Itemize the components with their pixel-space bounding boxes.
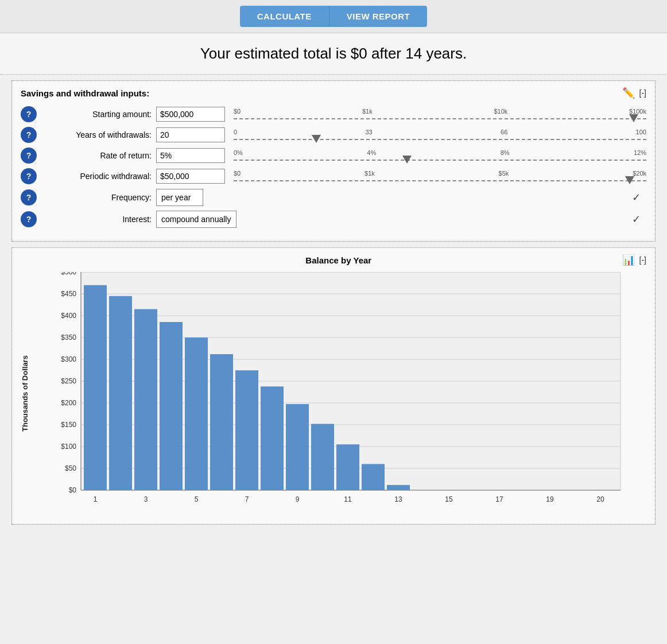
svg-text:3: 3: [144, 495, 148, 503]
frequency-row: ? Frequency: per year per month per week…: [21, 189, 646, 206]
svg-text:9: 9: [296, 495, 300, 503]
y-axis-label: Thousands of Dollars: [21, 272, 29, 515]
periodic-withdrawal-row: ? Periodic withdrawal: $0 $1k $5k $20k: [21, 168, 646, 184]
top-navigation: CALCULATE VIEW REPORT: [0, 0, 667, 33]
chart-section: Balance by Year 📊 [-] Thousands of Dolla…: [11, 247, 656, 525]
interest-row: ? Interest: compound annually compound m…: [21, 211, 646, 228]
periodic-withdrawal-slider-track[interactable]: [234, 178, 646, 183]
bar-13: [387, 485, 410, 490]
years-withdrawals-input[interactable]: [156, 127, 225, 142]
main-container: Savings and withdrawal inputs: ✏️ [-] ? …: [0, 75, 667, 530]
chart-collapse-button[interactable]: [-]: [639, 255, 646, 265]
svg-text:7: 7: [245, 495, 249, 503]
svg-text:15: 15: [445, 495, 453, 503]
starting-amount-help-button[interactable]: ?: [21, 106, 37, 122]
bar-chart-svg: $500 $450 $400 $350 $300: [32, 272, 646, 513]
svg-text:5: 5: [195, 495, 199, 503]
chart-type-icon[interactable]: 📊: [622, 254, 635, 266]
svg-text:$250: $250: [61, 377, 76, 385]
rate-return-input[interactable]: [156, 148, 225, 163]
starting-amount-row: ? Starting amount: $0 $1k $10k $100k: [21, 106, 646, 122]
chart-inner: $500 $450 $400 $350 $300: [32, 272, 646, 515]
frequency-dropdown-arrow-icon: ✓: [632, 191, 641, 204]
starting-amount-slider-container: $0 $1k $10k $100k: [234, 108, 646, 121]
bar-11: [336, 444, 359, 490]
svg-text:$300: $300: [61, 355, 76, 363]
svg-text:$400: $400: [61, 312, 76, 320]
bar-2: [109, 296, 132, 490]
starting-amount-dashed-line: [234, 118, 646, 119]
bar-3: [134, 309, 157, 490]
periodic-withdrawal-label: Periodic withdrawal:: [41, 172, 156, 181]
bar-chart-container: Thousands of Dollars $500 $450: [21, 272, 646, 515]
rate-return-help-button[interactable]: ?: [21, 148, 37, 164]
years-withdrawals-slider-thumb[interactable]: [312, 135, 321, 143]
bar-8: [261, 386, 284, 490]
summary-text: Your estimated total is $0 after 14 year…: [0, 33, 667, 75]
summary-value: Your estimated total is $0 after 14 year…: [200, 45, 467, 62]
interest-select[interactable]: compound annually compound monthly simpl…: [156, 211, 236, 228]
periodic-withdrawal-help-button[interactable]: ?: [21, 168, 37, 184]
periodic-withdrawal-slider-labels: $0 $1k $5k $20k: [234, 170, 646, 177]
years-withdrawals-slider-track[interactable]: [234, 137, 646, 141]
interest-dropdown-arrow-icon: ✓: [632, 213, 641, 226]
inputs-header: Savings and withdrawal inputs: ✏️ [-]: [21, 87, 646, 99]
rate-return-slider-thumb[interactable]: [402, 156, 412, 164]
years-withdrawals-slider-labels: 0 33 66 100: [234, 129, 646, 135]
bar-12: [362, 464, 385, 490]
bar-7: [235, 370, 258, 490]
chart-controls: 📊 [-]: [622, 254, 646, 266]
interest-label: Interest:: [41, 215, 156, 224]
starting-amount-input[interactable]: [156, 107, 225, 122]
svg-text:11: 11: [344, 495, 352, 503]
periodic-withdrawal-slider-thumb[interactable]: [625, 176, 634, 184]
bar-1: [84, 285, 107, 490]
rate-return-slider-labels: 0% 4% 8% 12%: [234, 149, 646, 156]
calculate-button[interactable]: CALCULATE: [240, 6, 329, 27]
inputs-title: Savings and withdrawal inputs:: [21, 88, 149, 98]
svg-text:$0: $0: [69, 486, 77, 494]
rate-return-slider-track[interactable]: [234, 157, 646, 162]
svg-text:19: 19: [546, 495, 554, 503]
frequency-help-button[interactable]: ?: [21, 189, 37, 205]
view-report-button[interactable]: VIEW REPORT: [329, 6, 428, 27]
starting-amount-slider-labels: $0 $1k $10k $100k: [234, 108, 646, 115]
starting-amount-label: Starting amount:: [41, 110, 156, 119]
rate-return-label: Rate of return:: [41, 151, 156, 160]
bar-9: [286, 404, 309, 490]
frequency-label: Frequency:: [41, 193, 156, 202]
svg-text:$200: $200: [61, 399, 76, 407]
periodic-withdrawal-slider-container: $0 $1k $5k $20k: [234, 170, 646, 183]
starting-amount-slider-thumb[interactable]: [629, 114, 638, 122]
rate-return-slider-container: 0% 4% 8% 12%: [234, 149, 646, 162]
svg-text:$50: $50: [65, 464, 76, 472]
svg-text:$500: $500: [61, 272, 76, 276]
years-withdrawals-row: ? Years of withdrawals: 0 33 66 100: [21, 127, 646, 143]
svg-text:$350: $350: [61, 333, 76, 342]
years-withdrawals-dashed-line: [234, 139, 646, 140]
periodic-withdrawal-dashed-line: [234, 180, 646, 181]
frequency-select[interactable]: per year per month per week: [156, 189, 203, 206]
svg-text:17: 17: [495, 495, 503, 503]
rate-return-row: ? Rate of return: 0% 4% 8% 12%: [21, 148, 646, 164]
svg-text:$450: $450: [61, 290, 76, 298]
periodic-withdrawal-input[interactable]: [156, 169, 225, 184]
bar-4: [160, 322, 183, 490]
pencil-icon: ✏️: [622, 87, 635, 99]
years-withdrawals-help-button[interactable]: ?: [21, 127, 37, 143]
starting-amount-slider-track[interactable]: [234, 116, 646, 121]
interest-dropdown-wrapper: compound annually compound monthly simpl…: [156, 211, 646, 228]
rate-return-dashed-line: [234, 160, 646, 161]
svg-text:$100: $100: [61, 443, 76, 451]
inputs-section: Savings and withdrawal inputs: ✏️ [-] ? …: [11, 80, 656, 242]
chart-title: Balance by Year: [55, 255, 622, 265]
bar-6: [210, 354, 233, 490]
interest-help-button[interactable]: ?: [21, 211, 37, 227]
svg-text:$150: $150: [61, 421, 76, 429]
bar-5: [185, 337, 208, 490]
inputs-collapse-button[interactable]: [-]: [639, 88, 646, 98]
svg-text:20: 20: [596, 495, 604, 503]
bar-10: [311, 424, 334, 491]
frequency-dropdown-wrapper: per year per month per week ✓: [156, 189, 646, 206]
chart-header: Balance by Year 📊 [-]: [21, 254, 646, 266]
